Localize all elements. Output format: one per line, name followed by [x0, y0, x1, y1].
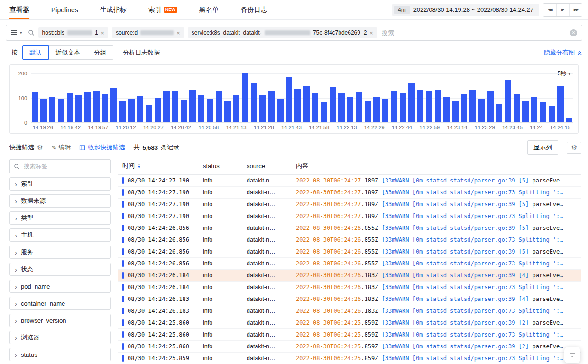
collapse-quick-filter-link[interactable]: 收起快捷筛选 — [79, 143, 125, 152]
histogram-bar[interactable] — [155, 98, 161, 123]
histogram-bar[interactable] — [356, 92, 362, 122]
histogram-bar[interactable] — [102, 94, 108, 122]
table-row[interactable]: 08/30 14:24:27.190infodatakit-n…2022-08-… — [118, 199, 581, 210]
histogram-bar[interactable] — [224, 101, 230, 122]
histogram-bar[interactable] — [286, 77, 292, 122]
histogram-bar[interactable] — [84, 92, 91, 122]
skip-back-button[interactable]: ◀◀ — [543, 4, 556, 16]
histogram-bar[interactable] — [426, 91, 432, 122]
column-header-time[interactable]: 时间 ▲ ▼ — [122, 162, 203, 170]
sidebar-item-pod-name[interactable]: ›pod_name — [9, 280, 111, 293]
histogram-bar[interactable] — [461, 94, 467, 122]
table-row[interactable]: 08/30 14:24:26.183infodatakit-n…2022-08-… — [118, 305, 581, 317]
histogram-bar[interactable] — [163, 91, 169, 122]
histogram-bar[interactable] — [268, 91, 275, 122]
table-row[interactable]: 08/30 14:24:25.860infodatakit-n…2022-08-… — [118, 317, 581, 329]
column-header-source[interactable]: source — [247, 162, 296, 170]
sidebar-item-status[interactable]: ›status — [9, 348, 111, 361]
table-row[interactable]: 08/30 14:24:27.190infodatakit-n…2022-08-… — [118, 187, 581, 199]
histogram-bar[interactable] — [303, 86, 310, 122]
histogram-bar[interactable] — [540, 102, 546, 122]
nav-item-generate-metrics[interactable]: 生成指标 — [100, 0, 127, 19]
table-settings-button[interactable]: ⚙ — [567, 142, 581, 154]
nav-item-backup-logs[interactable]: 备份日志 — [241, 0, 267, 19]
sidebar-item-browser-version[interactable]: ›browser_version — [9, 314, 111, 327]
remove-chip-icon[interactable]: × — [176, 30, 180, 36]
nav-item-viewer[interactable]: 查看器 — [9, 0, 29, 19]
table-row[interactable]: 08/30 14:24:26.856infodatakit-n…2022-08-… — [118, 258, 581, 270]
sidebar-item-state[interactable]: ›状态 — [9, 263, 111, 276]
histogram-bar[interactable] — [181, 100, 187, 122]
histogram-bar[interactable] — [119, 101, 126, 122]
filter-chip-host[interactable]: host:cbis1× — [38, 27, 109, 38]
show-columns-button[interactable]: 显示列 — [527, 140, 558, 155]
filter-chip-service[interactable]: service:k8s_datakit_datakit-75e-8f4c7bde… — [188, 27, 377, 38]
histogram-bar[interactable] — [505, 80, 511, 122]
histogram-bar[interactable] — [408, 83, 414, 122]
table-row[interactable]: 08/30 14:24:25.860infodatakit-n…2022-08-… — [118, 329, 581, 341]
histogram-bar[interactable] — [58, 99, 64, 122]
histogram-bar[interactable] — [443, 97, 450, 122]
histogram-bar[interactable] — [531, 97, 537, 122]
table-row[interactable]: 08/30 14:24:27.190infodatakit-n…2022-08-… — [118, 175, 581, 187]
histogram-bar[interactable] — [189, 90, 195, 122]
sidebar-search-input[interactable] — [23, 163, 107, 170]
interval-select[interactable]: 5秒 ▾ — [558, 70, 570, 78]
view-selector[interactable]: ▾ — [11, 29, 24, 36]
histogram-bar[interactable] — [67, 93, 73, 122]
histogram-bar[interactable] — [469, 90, 476, 122]
nav-item-index[interactable]: 索引NEW — [148, 0, 177, 19]
clear-filters-icon[interactable]: ✕ — [570, 29, 577, 36]
sidebar-item-service[interactable]: ›服务 — [9, 246, 111, 259]
table-row[interactable]: 08/30 14:24:26.184infodatakit-n…2022-08-… — [118, 270, 581, 282]
tab-group[interactable]: 分组 — [87, 46, 113, 60]
histogram-bar[interactable] — [435, 90, 441, 122]
histogram-bar[interactable] — [277, 99, 283, 122]
histogram-bar[interactable] — [312, 93, 318, 122]
skip-forward-button[interactable]: ▶▶ — [569, 4, 582, 16]
histogram-bar[interactable] — [478, 99, 485, 122]
histogram-bar[interactable] — [198, 95, 204, 122]
remove-chip-icon[interactable]: × — [101, 30, 105, 36]
filter-search-input[interactable] — [381, 29, 566, 37]
table-row[interactable]: 08/30 14:24:26.183infodatakit-n…2022-08-… — [118, 293, 581, 305]
histogram-bar[interactable] — [373, 97, 379, 122]
nav-item-blacklist[interactable]: 黑名单 — [199, 0, 219, 19]
filter-chip-source[interactable]: source:d× — [112, 27, 184, 38]
play-button[interactable]: ▶ — [556, 4, 569, 16]
histogram-bar[interactable] — [496, 104, 502, 122]
histogram-bar[interactable] — [321, 102, 327, 122]
histogram-bar[interactable] — [216, 91, 222, 122]
histogram-bar[interactable] — [330, 87, 336, 122]
histogram-bar[interactable] — [93, 91, 99, 122]
histogram-bar[interactable] — [522, 101, 528, 122]
hide-distribution-link[interactable]: 隐藏分布图 — [544, 48, 582, 57]
sidebar-item-browser[interactable]: ›浏览器 — [9, 331, 111, 344]
table-row[interactable]: 08/30 14:24:26.856infodatakit-n…2022-08-… — [118, 234, 581, 246]
column-header-status[interactable]: status — [203, 162, 247, 170]
histogram-bar[interactable] — [233, 95, 239, 122]
histogram-bar[interactable] — [400, 93, 406, 122]
histogram-bar[interactable] — [391, 91, 397, 122]
histogram-bar[interactable] — [549, 106, 555, 122]
sidebar-search[interactable] — [9, 159, 111, 173]
edit-link[interactable]: ✎ 编辑 — [52, 143, 71, 152]
table-row[interactable]: 08/30 14:24:26.184infodatakit-n…2022-08-… — [118, 282, 581, 293]
table-row[interactable]: 08/30 14:24:26.856infodatakit-n…2022-08-… — [118, 246, 581, 258]
nav-item-pipelines[interactable]: Pipelines — [51, 0, 78, 19]
histogram-bar[interactable] — [259, 95, 266, 122]
table-row[interactable]: 08/30 14:24:26.856infodatakit-n…2022-08-… — [118, 222, 581, 234]
remove-chip-icon[interactable]: × — [369, 30, 373, 36]
histogram-bar[interactable] — [417, 90, 423, 122]
histogram-bar[interactable] — [557, 86, 563, 122]
table-row[interactable]: 08/30 14:24:27.190infodatakit-n…2022-08-… — [118, 210, 581, 222]
histogram-bar[interactable] — [514, 94, 520, 122]
histogram-bar[interactable] — [365, 101, 371, 122]
sidebar-item-host[interactable]: ›主机 — [9, 228, 111, 242]
sort-icon[interactable]: ▲ ▼ — [138, 163, 141, 169]
histogram-bar[interactable] — [146, 105, 152, 122]
histogram-bar[interactable] — [137, 96, 143, 122]
histogram-bar[interactable] — [347, 97, 353, 122]
histogram-bar[interactable] — [251, 83, 257, 122]
sidebar-item-container-name[interactable]: ›container_name — [9, 297, 111, 310]
